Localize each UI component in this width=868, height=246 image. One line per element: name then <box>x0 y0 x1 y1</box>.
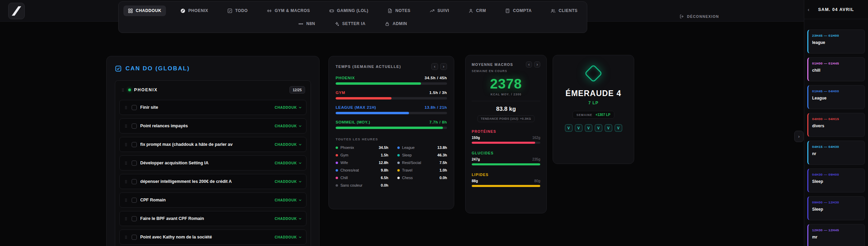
match-result-badge[interactable]: V <box>605 124 612 132</box>
assignee-dropdown[interactable]: CHADDOUK <box>275 180 302 184</box>
assignee-dropdown[interactable]: CHADDOUK <box>275 161 302 165</box>
sparkles-icon <box>334 21 339 26</box>
calendar-event[interactable]: 04H30 — 09H00 Sleep <box>807 168 865 192</box>
task-checkbox[interactable] <box>132 179 137 184</box>
drag-handle-icon[interactable] <box>121 88 125 92</box>
task-row[interactable]: dépenser intelligemment les 200€ de créd… <box>119 174 306 189</box>
drag-handle-icon[interactable] <box>124 216 128 221</box>
drag-handle-icon[interactable] <box>124 161 128 165</box>
nav-tab-gaming-lol[interactable]: GAMING (LOL) <box>325 5 373 16</box>
gamepad-icon <box>329 8 334 13</box>
event-title: nr <box>812 151 861 156</box>
calendar-event[interactable]: 09H00 — 12H30 Sleep <box>807 196 865 220</box>
task-row[interactable]: Point avec Kathy nom de la société CHADD… <box>119 230 306 245</box>
prev-week-button[interactable]: ‹ <box>431 63 438 70</box>
nav-tab-compta[interactable]: COMPTA <box>501 5 536 16</box>
drag-handle-icon[interactable] <box>124 235 128 239</box>
legend-item: Gym1.5h <box>336 153 388 157</box>
calendar-event[interactable]: 04H15 — 04H30 nr <box>807 141 865 165</box>
match-result-badge[interactable]: V <box>565 124 572 132</box>
assignee-dropdown[interactable]: CHADDOUK <box>275 198 302 202</box>
nav-tab-chaddouk[interactable]: CHADDOUK <box>123 5 166 16</box>
time-budget-label: PHOENIX <box>336 76 355 80</box>
legend-name: Sans couleur <box>340 183 378 187</box>
nav-tab-todo[interactable]: TODO <box>223 5 252 16</box>
nav-tab-n8n[interactable]: N8N <box>294 19 320 29</box>
logout-button[interactable]: DÉCONNEXION <box>679 14 719 19</box>
nav-tab-crm[interactable]: CRM <box>464 5 491 16</box>
nav-tab-notes[interactable]: NOTES <box>383 5 415 16</box>
progress-track <box>336 127 447 129</box>
nav-tab-gym-macros[interactable]: GYM & MACROS <box>262 5 314 16</box>
calendar-event[interactable]: 12H30 — 12H45 mr <box>807 224 865 246</box>
nav-tab-admin[interactable]: ADMIN <box>380 19 411 29</box>
chevron-down-icon <box>298 180 302 184</box>
drag-handle-icon[interactable] <box>124 124 128 128</box>
assignee-dropdown[interactable]: CHADDOUK <box>275 217 302 221</box>
nav-tab-phoenix[interactable]: PHOENIX <box>176 5 213 16</box>
time-budget-label: SOMMEIL (MOY.) <box>336 120 370 124</box>
cando-title-row: CAN DO (GLOBAL) <box>115 65 311 72</box>
drag-handle-icon[interactable] <box>124 198 128 202</box>
legend-name: Chill <box>340 176 378 180</box>
divider <box>472 101 540 101</box>
event-title: league <box>812 40 861 45</box>
cando-card: CAN DO (GLOBAL) PHOENIX 12/25 Finir site… <box>106 56 320 246</box>
task-row[interactable]: Finir site CHADDOUK <box>119 100 306 115</box>
match-result-badge[interactable]: V <box>615 124 622 132</box>
chevron-down-icon <box>298 217 302 221</box>
assignee-dropdown[interactable]: CHADDOUK <box>275 124 302 128</box>
nav-tab-setter-ia[interactable]: SETTER IA <box>330 19 370 29</box>
task-checkbox[interactable] <box>132 216 137 221</box>
prev-period-button[interactable]: ‹ <box>526 61 532 68</box>
assignee-label: CHADDOUK <box>275 161 297 165</box>
task-checkbox[interactable] <box>132 105 137 110</box>
calendar-event[interactable]: 01H45 — 04H00 League <box>807 85 865 109</box>
file-text-icon <box>387 8 393 13</box>
nav-tab-label: TODO <box>235 8 248 13</box>
drag-handle-icon[interactable] <box>124 142 128 147</box>
task-row[interactable]: Faire le BPF avant CPF Romain CHADDOUK <box>119 211 306 226</box>
assignee-dropdown[interactable]: CHADDOUK <box>275 235 302 239</box>
legend-name: Gym <box>340 153 378 157</box>
sidebar-collapse-handle[interactable]: › <box>794 131 804 142</box>
match-result-badge[interactable]: V <box>585 124 592 132</box>
task-checkbox[interactable] <box>132 142 137 147</box>
legend-item: Phoenix34.5h <box>336 145 388 150</box>
match-result-badge[interactable]: V <box>595 124 602 132</box>
calendar-event[interactable]: 01H00 — 01H45 chill <box>807 57 865 81</box>
drag-handle-icon[interactable] <box>124 105 128 110</box>
weight-value: 83.8 kg <box>472 106 540 113</box>
assignee-dropdown[interactable]: CHADDOUK <box>275 143 302 147</box>
dumbbell-icon <box>267 8 272 13</box>
match-result-badge[interactable]: V <box>575 124 582 132</box>
progress-track <box>336 97 447 99</box>
grid-icon <box>128 8 133 13</box>
nav-tab-clients[interactable]: CLIENTS <box>546 5 582 16</box>
macro-name: PROTÉINES <box>472 129 540 133</box>
task-row[interactable]: CPF Romain CHADDOUK <box>119 192 306 208</box>
event-title: League <box>812 96 861 101</box>
next-period-button[interactable]: › <box>534 61 540 68</box>
task-checkbox[interactable] <box>132 235 137 240</box>
legend-value: 46.3h <box>437 153 447 157</box>
task-group-header: PHOENIX 12/25 <box>119 85 306 96</box>
task-row[interactable]: fix prompt max (chaddouk a hâte de parle… <box>119 137 306 152</box>
task-row[interactable]: Développer acquisition Setting IA CHADDO… <box>119 155 306 171</box>
calendar-event[interactable]: 04H00 — 04H15 divers <box>807 113 865 137</box>
progress-fill <box>472 142 535 144</box>
drag-handle-icon[interactable] <box>124 179 128 184</box>
chevron-down-icon <box>298 106 302 109</box>
task-checkbox[interactable] <box>132 161 137 166</box>
nav-tab-label: COMPTA <box>513 8 532 13</box>
nav-tab-suivi[interactable]: SUIVI <box>425 5 454 16</box>
assignee-label: CHADDOUK <box>275 198 297 202</box>
task-row[interactable]: Point relances impayés CHADDOUK <box>119 118 306 133</box>
app-logo[interactable] <box>8 3 25 19</box>
task-checkbox[interactable] <box>132 124 137 129</box>
task-checkbox[interactable] <box>132 198 137 203</box>
next-week-button[interactable]: › <box>440 63 447 70</box>
calendar-event[interactable]: 23H45 — 01H00 league <box>807 30 865 54</box>
assignee-dropdown[interactable]: CHADDOUK <box>275 106 302 109</box>
prev-day-button[interactable]: ‹ <box>808 7 815 12</box>
